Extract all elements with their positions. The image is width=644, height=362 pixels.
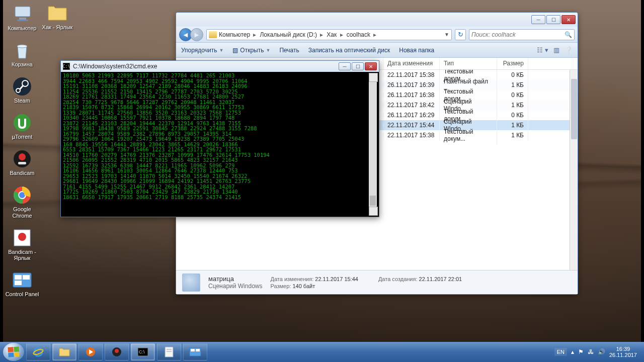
- desktop-icon-control-panel[interactable]: Control Panel: [5, 270, 39, 297]
- col-header-date[interactable]: Дата изменения: [383, 58, 440, 69]
- nav-arrows: ◄ ►: [179, 28, 203, 41]
- breadcrumb-segment[interactable]: Компьютер: [219, 31, 258, 38]
- language-indicator[interactable]: EN: [554, 348, 567, 356]
- desktop-icon-computer[interactable]: Компьютер: [5, 4, 39, 31]
- new-folder-button[interactable]: Новая папка: [399, 47, 434, 54]
- scrollbar-vertical[interactable]: [570, 70, 578, 270]
- close-button[interactable]: ✕: [365, 62, 377, 70]
- clock[interactable]: 16:39 26.11.2017: [609, 346, 637, 358]
- forward-button[interactable]: ►: [190, 28, 203, 41]
- windows-logo-icon: [8, 346, 19, 357]
- desktop-icon-label: Bandicam: [10, 170, 35, 176]
- open-button[interactable]: ▧Открыть▼: [232, 47, 270, 54]
- taskbar-wmp[interactable]: [78, 343, 103, 360]
- desktop-icon-label: Корзина: [12, 61, 33, 67]
- svg-text:C:\: C:\: [139, 349, 145, 354]
- search-icon: 🔍: [565, 31, 572, 38]
- organize-button[interactable]: Упорядочить▼: [181, 47, 223, 54]
- details-pane: матрица Сценарий Windows Дата изменения:…: [176, 270, 578, 294]
- refresh-button[interactable]: ↻: [455, 29, 466, 40]
- maximize-button[interactable]: ☐: [546, 15, 560, 24]
- svg-rect-28: [165, 347, 173, 357]
- help-button[interactable]: ❔: [565, 46, 573, 54]
- address-bar[interactable]: Компьютер Локальный диск (D:) Хак coolha…: [206, 29, 452, 40]
- desktop-icon-bandicam[interactable]: Bandicam: [5, 149, 39, 176]
- svg-point-3: [17, 45, 27, 48]
- tray-network-icon[interactable]: 🖧: [588, 348, 594, 355]
- col-header-type[interactable]: Тип: [440, 58, 497, 69]
- tray-chevron-up-icon[interactable]: ▴: [571, 348, 574, 355]
- cmd-titlebar[interactable]: C:\ C:\Windows\system32\cmd.exe ─ ☐ ✕: [61, 61, 379, 72]
- svg-point-10: [19, 153, 26, 160]
- clock-time: 16:39: [609, 346, 637, 352]
- black-bar-left: [0, 0, 3, 342]
- desktop-icon-label: Хак - Ярлык: [42, 24, 73, 30]
- details-filetype: Сценарий Windows: [208, 283, 262, 290]
- desktop-icon-recycle[interactable]: Корзина: [5, 40, 39, 67]
- taskbar-ie[interactable]: [26, 343, 50, 360]
- desktop-icon-hack-shortcut[interactable]: Хак - Ярлык: [40, 4, 74, 30]
- svg-rect-18: [15, 275, 22, 280]
- desktop-icon-label: µTorrent: [12, 134, 33, 140]
- cmd-icon: C:\: [63, 63, 70, 70]
- breadcrumb-segment[interactable]: Хак: [327, 31, 344, 38]
- system-tray: EN ▴ ⚑ 🖧 🔊 16:39 26.11.2017: [554, 346, 641, 358]
- utorrent-icon: [12, 113, 32, 133]
- svg-rect-11: [18, 162, 26, 164]
- svg-rect-19: [23, 275, 30, 280]
- scrollbar-thumb[interactable]: [571, 79, 577, 139]
- search-placeholder: Поиск: coolhack: [471, 31, 516, 38]
- cmd-title-text: C:\Windows\system32\cmd.exe: [73, 63, 157, 70]
- svg-rect-20: [15, 281, 22, 285]
- svg-rect-32: [191, 349, 195, 351]
- start-button[interactable]: [3, 343, 24, 361]
- desktop-icon-chrome[interactable]: Google Chrome: [5, 185, 39, 218]
- search-input[interactable]: Поиск: coolhack 🔍: [469, 29, 575, 40]
- preview-pane-button[interactable]: ▥: [553, 46, 559, 54]
- taskbar-bandicam[interactable]: [105, 343, 129, 360]
- clock-date: 26.11.2017: [609, 352, 637, 358]
- recycle-icon: [12, 40, 32, 60]
- svg-rect-2: [17, 20, 28, 21]
- desktop-icon-label: Steam: [14, 98, 30, 104]
- explorer-titlebar[interactable]: ─ ☐ ✕: [176, 13, 578, 27]
- details-filename: матрица: [208, 275, 262, 283]
- folder-icon: [47, 4, 67, 23]
- tray-flag-icon[interactable]: ⚑: [578, 348, 584, 355]
- control-panel-icon: [12, 270, 32, 290]
- breadcrumb-segment[interactable]: coolhack: [347, 31, 378, 38]
- svg-rect-0: [15, 7, 30, 17]
- burn-button[interactable]: Записать на оптический диск: [308, 47, 390, 54]
- cmd-scrollbar[interactable]: [369, 73, 377, 216]
- desktop-icon-utorrent[interactable]: µTorrent: [5, 113, 39, 140]
- breadcrumb-segment[interactable]: Локальный диск (D:): [260, 31, 325, 38]
- minimize-button[interactable]: ─: [531, 15, 545, 24]
- explorer-toolbar: Упорядочить▼ ▧Открыть▼ Печать Записать н…: [176, 43, 578, 58]
- taskbar-control-panel[interactable]: [183, 343, 207, 360]
- file-type-icon: [182, 274, 200, 292]
- print-button[interactable]: Печать: [279, 47, 299, 54]
- tray-volume-icon[interactable]: 🔊: [598, 348, 605, 355]
- col-header-size[interactable]: Размер: [497, 58, 528, 69]
- minimize-button[interactable]: ─: [339, 62, 351, 70]
- close-button[interactable]: ✕: [561, 15, 576, 24]
- cmd-window: C:\ C:\Windows\system32\cmd.exe ─ ☐ ✕ 10…: [60, 60, 379, 217]
- taskbar-cmd[interactable]: C:\: [131, 343, 155, 360]
- view-button[interactable]: ☷ ▾: [537, 46, 548, 54]
- desktop-icon-label: Control Panel: [6, 291, 39, 297]
- desktop-icon-steam[interactable]: Steam: [5, 76, 39, 104]
- desktop: КомпьютерКорзинаSteamµTorrentBandicamGoo…: [0, 0, 644, 342]
- explorer-nav: ◄ ► Компьютер Локальный диск (D:) Хак co…: [176, 27, 578, 43]
- address-dropdown-icon[interactable]: ▼: [444, 32, 449, 37]
- bandicam-shortcut-icon: [12, 228, 32, 248]
- taskbar-notepad[interactable]: [157, 343, 181, 360]
- steam-icon: [12, 76, 32, 97]
- cmd-output[interactable]: 10180 5063 21993 22895 7117 11732 27784 …: [63, 73, 369, 216]
- taskbar-explorer[interactable]: [52, 343, 76, 360]
- maximize-button[interactable]: ☐: [352, 62, 364, 70]
- desktop-icon-column: КомпьютерКорзинаSteamµTorrentBandicamGoo…: [5, 4, 39, 297]
- chrome-icon: [12, 185, 32, 205]
- desktop-icon-bandicam-shortcut[interactable]: Bandicam - Ярлык: [5, 228, 39, 261]
- svg-point-25: [115, 349, 119, 353]
- taskbar: C:\ EN ▴ ⚑ 🖧 🔊 16:39 26.11.2017: [0, 342, 644, 362]
